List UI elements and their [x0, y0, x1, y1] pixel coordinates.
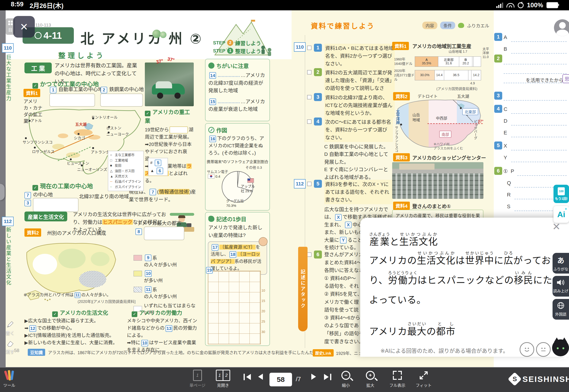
blank16-number: 16	[209, 136, 216, 142]
shiryo4-chip: 資料4	[393, 202, 410, 210]
blank3-number-wrap: 3	[24, 200, 32, 206]
answer-Q-line[interactable]	[514, 187, 554, 188]
zoom-in-button[interactable]: + 拡大	[366, 370, 375, 388]
retry-button[interactable]: 100 もう1回!	[554, 185, 569, 203]
hint-bubble: 17〔鉱産資源 ICT〕を活用し、18〔ヨーロッパ アジア〕系の移民が活躍してい…	[208, 241, 267, 275]
blank19-number-wrap: 19	[205, 267, 214, 274]
ai-body: アメリカの生活文化せいかつぶんかは世界中せかいじゅうに広ひろがっており、労働力ろ…	[369, 251, 557, 310]
answer-S-label: S	[507, 204, 511, 210]
battery-icon	[546, 2, 558, 8]
question-checkbox[interactable]	[307, 252, 312, 257]
page-turn-tab[interactable]	[0, 184, 5, 200]
life-items: ▶広大な国土で快適に暮らす工夫。 ➡12での移動が中心。 ▶ICT(情報通信技術…	[25, 317, 126, 346]
check-icon	[32, 83, 38, 89]
side-label-industry: 巨大な工業生産力	[4, 55, 12, 101]
furigana-button[interactable]: あ ふりがな	[553, 253, 569, 274]
read-aloud-button[interactable]: 読み上げ	[553, 276, 569, 297]
erase-tool-button[interactable]: 消す	[3, 339, 17, 356]
grid-count-mark: 15	[261, 299, 265, 303]
answer-E-label: E	[504, 130, 507, 136]
account-avatar[interactable]	[554, 19, 569, 36]
page-total: /7	[296, 376, 301, 383]
app-screen: 8:59 2月26日(木) 100% 目 110-113 ✕ 4-11 北 アメ…	[0, 0, 569, 392]
blank2-number: 2	[101, 87, 107, 93]
blank3-input[interactable]	[33, 198, 79, 212]
pie-chart[interactable]: その他 0.3 サムスン電子 0.4 アップル社 29.0 グーグル社70.3%	[205, 164, 270, 214]
prev-page-button[interactable]	[258, 374, 263, 380]
feedback-good-button[interactable]	[520, 342, 534, 357]
retry-100-icon: 100	[558, 187, 565, 195]
answer-hispanic: ヒスパニック	[102, 219, 133, 225]
first-page-button[interactable]	[243, 374, 251, 380]
fit-button[interactable]: フィット	[416, 370, 432, 388]
question-checkbox[interactable]	[307, 119, 312, 124]
map-city-label: ヒューストン	[67, 160, 89, 166]
ai-button[interactable]: Ai	[554, 206, 569, 223]
answer-X-line[interactable]	[511, 150, 567, 150]
swatch-hatched	[134, 287, 142, 292]
answer2-number: 2	[494, 55, 502, 63]
blank2-input[interactable]	[100, 94, 143, 107]
feedback-bad-button[interactable]	[536, 342, 551, 357]
bar-row-1960: 1960年1640億ドル A35.5% 北東部31.6 B20.2	[394, 56, 481, 67]
answer-Y-line[interactable]	[511, 162, 567, 162]
answer-R-label: R	[507, 192, 511, 198]
zoom-in-icon: +	[366, 371, 375, 380]
answer3-line[interactable]	[504, 100, 567, 101]
legend-fillin-box[interactable]: #5 ▲6	[148, 158, 168, 176]
south-of-37-label: 北緯37度より南の地域	[79, 193, 129, 200]
map-note-hawaii: ※ハワイ州アラスカ州をふくむ	[434, 142, 463, 150]
blank1-input[interactable]	[49, 94, 95, 107]
answer-A-line[interactable]	[511, 41, 567, 42]
spread-view-button[interactable]: 1 2 見開き	[216, 370, 230, 388]
shiryo1-chip: 資料1	[24, 89, 40, 97]
pie-title: 携帯端末*のソフトウェア企業別割合	[205, 159, 270, 164]
question-checkbox[interactable]	[307, 182, 312, 186]
mascot-cat-button[interactable]	[552, 339, 569, 356]
shiryo3-head: 資料3 アメリカのショッピングセンター	[393, 153, 486, 161]
drawing-box: 作図 16下のグラフのうち、アメリカのICT関連企業をぬろう。(その他は除く。)…	[205, 123, 270, 210]
answer2-line2[interactable]	[504, 73, 567, 74]
writing-grid[interactable]	[208, 271, 261, 344]
page-title: 北 アメリカ 州 ②	[80, 28, 203, 47]
blank7-label: 7 の中心地	[24, 191, 53, 199]
answer-blank[interactable]	[170, 126, 188, 133]
close-button[interactable]: ✕	[13, 16, 35, 38]
answer2-line3[interactable]	[504, 83, 567, 83]
check-icon	[132, 311, 137, 317]
question-checkbox[interactable]	[307, 70, 312, 74]
brand-logo: S SEISHINSHA	[510, 374, 569, 384]
blank14-number: 14	[209, 72, 216, 79]
page-curl-icon[interactable]	[556, 355, 567, 367]
question6-number: 6	[314, 251, 322, 259]
full-view-button[interactable]: フル表示	[389, 370, 405, 388]
signal-icon	[496, 2, 503, 8]
answer2-line1[interactable]	[504, 64, 567, 64]
question-checkbox[interactable]	[307, 46, 312, 50]
grid-count-mark: 20	[261, 309, 265, 313]
contents-menu-label: 目	[8, 27, 13, 33]
question-checkbox[interactable]	[307, 95, 312, 99]
answer-B-line[interactable]	[511, 53, 567, 54]
map-city-label: ボストン	[106, 125, 121, 131]
answer-D-line[interactable]	[511, 125, 567, 126]
blank1-number: 1	[50, 87, 57, 93]
ai-answer-panel: ✕ 産業さんぎょうと生活文化せいかつぶんか アメリカの生活文化せいかつぶんかは世…	[360, 218, 569, 357]
next-page-button[interactable]	[311, 374, 316, 380]
last-page-button[interactable]	[324, 374, 331, 380]
single-page-button[interactable]: 1 単ページ	[189, 370, 205, 388]
page-number-input[interactable]: 58	[270, 373, 292, 386]
blank8-input[interactable]	[144, 226, 184, 240]
tools-button[interactable]: ツール	[3, 370, 15, 388]
step1-label: STEP 1 整理しよう	[213, 47, 261, 55]
legend-symbol: ○	[110, 152, 115, 158]
grid-count-mark: 30	[261, 330, 265, 334]
write-tool-button[interactable]: 書く	[3, 321, 17, 337]
rotation-lock-icon	[518, 2, 524, 8]
person-icon	[559, 22, 566, 29]
answer-C-line[interactable]	[511, 113, 567, 114]
foreign-language-button[interactable]: 外国語	[553, 299, 569, 320]
answer-P-line[interactable]	[517, 175, 567, 176]
answer-E-line[interactable]	[511, 137, 567, 137]
zoom-out-button[interactable]: − 縮小	[341, 370, 350, 388]
